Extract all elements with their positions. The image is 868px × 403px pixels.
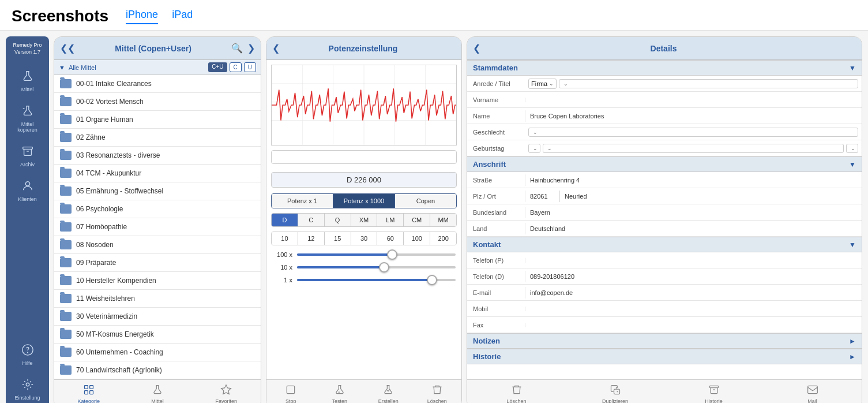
select-titel[interactable]: ⌄ (559, 79, 858, 88)
list-item[interactable]: 11 Weisheitslehren (54, 290, 261, 308)
list-item[interactable]: 00-02 Vortest Mensch (54, 93, 261, 111)
back-icon[interactable]: ❮ (272, 43, 280, 54)
sidebar-item-archiv[interactable]: Archiv (6, 137, 49, 172)
sidebar-label-klienten: Klienten (18, 196, 37, 202)
input-email[interactable]: info@copen.de (525, 287, 862, 298)
tab-ipad[interactable]: iPad (172, 9, 193, 24)
back-chevron-icon[interactable]: ❮❮ (60, 43, 75, 54)
tab-loeschen-3[interactable]: Löschen (467, 380, 566, 403)
tab-historie-3[interactable]: Historie (664, 380, 763, 403)
scale-100[interactable]: 100 (404, 232, 430, 245)
input-plz[interactable]: 82061 (525, 191, 559, 202)
sidebar-item-einstellung[interactable]: Einstellung (6, 371, 49, 403)
sidebar-item-mittel-kopieren[interactable]: Mittel kopieren (6, 97, 49, 137)
scale-Q[interactable]: Q (325, 214, 351, 226)
select-geburtstag-d[interactable]: ⌄ (528, 144, 540, 153)
filter-btn-u[interactable]: U (244, 62, 256, 72)
input-vorname[interactable] (525, 98, 862, 102)
input-telefon-d[interactable]: 089-201806120 (525, 271, 862, 282)
tab-iphone[interactable]: iPhone (126, 9, 158, 24)
folder-icon (60, 186, 72, 196)
sidebar-item-mittel[interactable]: Mittel (6, 62, 49, 97)
select-geburtstag-m[interactable]: ⌄ (543, 144, 844, 153)
input-mobil[interactable] (525, 307, 862, 311)
back-icon-3[interactable]: ❮ (473, 43, 480, 54)
input-bundesland[interactable]: Bayern (525, 207, 862, 218)
scale-LM[interactable]: LM (377, 214, 404, 226)
section-historie-header[interactable]: Historie ► (467, 349, 862, 364)
phone1-header: ❮❮ Mittel (Copen+User) 🔍 ❯ (54, 37, 261, 60)
flask-icon (18, 67, 37, 85)
field-telefon-d: Telefon (D) 089-201806120 (467, 268, 862, 285)
list-item[interactable]: 50 MT-Kosmus Energetik (54, 326, 261, 344)
sidebar-item-hilfe[interactable]: Hilfe (6, 336, 49, 371)
scale-200[interactable]: 200 (430, 232, 456, 245)
tab-mail[interactable]: Mail (763, 380, 862, 403)
scale-60[interactable]: 60 (377, 232, 404, 245)
select-anrede[interactable]: Firma ⌄ (528, 79, 557, 89)
search-icon[interactable]: 🔍 (231, 43, 243, 54)
potenz-btn-1[interactable]: Potenz x 1 (272, 194, 333, 208)
tab-kategorie-label: Kategorie (77, 398, 100, 403)
list-item[interactable]: 02 Zähne (54, 129, 261, 147)
list-item[interactable]: 07 Homöopathie (54, 218, 261, 236)
input-ort[interactable]: Neuried (559, 191, 862, 202)
scale-30[interactable]: 30 (351, 232, 378, 245)
tab-kategorie[interactable]: Kategorie (54, 380, 123, 403)
slider-track-10[interactable] (297, 266, 456, 268)
slider-track-100[interactable] (297, 253, 456, 256)
input-strasse[interactable]: Hainbuchenring 4 (525, 174, 862, 186)
sidebar-item-klienten[interactable]: Klienten (6, 172, 49, 207)
details-scroll: Stammdaten ▼ Anrede / Titel Firma ⌄ ⌄ (467, 60, 862, 379)
list-item[interactable]: 10 Hersteller Kompendien (54, 272, 261, 290)
scale-10[interactable]: 10 (272, 232, 298, 245)
select-geschlecht[interactable]: ⌄ (528, 128, 858, 137)
page-title: Screenshots (12, 7, 108, 25)
input-name[interactable]: Bruce Copen Laboratories (525, 110, 862, 122)
scale-D[interactable]: D (272, 214, 298, 226)
select-geburtstag-y[interactable]: ⌄ (846, 144, 858, 153)
scale-15[interactable]: 15 (325, 232, 351, 245)
tab-mittel[interactable]: Mittel (123, 380, 191, 403)
tab-loeschen[interactable]: Löschen (413, 380, 462, 403)
sidebar-bottom: Hilfe Einstellung (6, 336, 49, 403)
tab-stop[interactable]: Stop (266, 380, 315, 403)
tab-duplizieren[interactable]: Duplizieren (566, 380, 664, 403)
list-item[interactable]: 09 Präparate (54, 254, 261, 272)
list-item[interactable]: 60 Unternehmen - Coaching (54, 344, 261, 361)
filter-btn-cu[interactable]: C+U (208, 62, 227, 72)
list-item[interactable]: 06 Psychologie (54, 200, 261, 218)
forward-icon[interactable]: ❯ (247, 43, 255, 54)
list-item[interactable]: 01 Organe Human (54, 111, 261, 129)
section-kontakt-header[interactable]: Kontakt ▼ (467, 237, 862, 252)
potenz-input[interactable] (271, 150, 457, 164)
section-stammdaten-header[interactable]: Stammdaten ▼ (467, 60, 862, 76)
section-notizen-header[interactable]: Notizen ► (467, 333, 862, 349)
scale-row1: D C Q XM LM CM MM (271, 213, 457, 227)
scale-CM[interactable]: CM (404, 214, 430, 226)
potenz-btn-copen[interactable]: Copen (395, 194, 456, 208)
input-land[interactable]: Deutschland (525, 223, 862, 234)
list-item[interactable]: 30 Veterinärmedizin (54, 308, 261, 326)
scale-MM[interactable]: MM (430, 214, 456, 226)
scale-12[interactable]: 12 (298, 232, 325, 245)
list-item[interactable]: 08 Nosoden (54, 236, 261, 254)
scale-C[interactable]: C (298, 214, 325, 226)
input-telefon-p[interactable] (525, 258, 862, 263)
tab-favoriten[interactable]: Favoriten (192, 380, 261, 403)
list-item[interactable]: 05 Ernährung - Stoffwechsel (54, 182, 261, 200)
scale-XM[interactable]: XM (351, 214, 378, 226)
section-stammdaten-arrow: ▼ (849, 64, 856, 72)
list-item[interactable]: 03 Resonanztests - diverse (54, 147, 261, 165)
list-item[interactable]: 70 Landwirtschaft (Agrionik) (54, 361, 261, 379)
list-item[interactable]: 04 TCM - Akupunktur (54, 165, 261, 182)
potenz-btn-1000[interactable]: Potenz x 1000 (333, 194, 395, 208)
tab-testen[interactable]: Testen (315, 380, 365, 403)
slider-track-1[interactable] (297, 279, 456, 281)
tab-erstellen[interactable]: Erstellen (364, 380, 413, 403)
field-name: Name Bruce Copen Laboratories (467, 108, 862, 124)
section-anschrift-header[interactable]: Anschrift ▼ (467, 156, 862, 172)
list-item[interactable]: 00-01 Intake Clearances (54, 75, 261, 93)
input-fax[interactable] (525, 323, 862, 327)
filter-btn-c[interactable]: C (230, 62, 242, 72)
